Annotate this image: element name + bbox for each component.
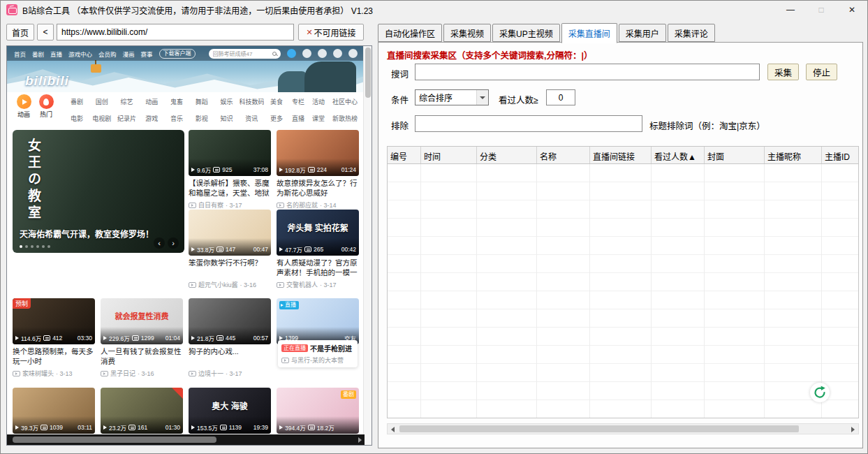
video-card[interactable]: 9.6万 925 37:08 【误杀解析】猥亵、恶魔和箱屋之谜，天堂、地狱与人间… — [189, 130, 271, 210]
video-card[interactable]: 斧头舞 实拍花絮 47.7万 265 00:42 有人质疑动漫了？官方原声素材！… — [277, 210, 359, 289]
webview-horizontal-scrollbar[interactable] — [7, 434, 365, 445]
link-status-button[interactable]: ✕ 不可用链接 — [298, 24, 364, 41]
back-button[interactable]: < — [37, 24, 54, 41]
side-link[interactable]: 专栏 — [292, 97, 304, 106]
channel-link[interactable]: 娱乐 — [214, 97, 240, 106]
video-card[interactable]: 奥大 海骏 153.5万 1139 19:39 — [189, 388, 271, 434]
column-header-cover[interactable]: 封面 — [705, 147, 765, 163]
video-card[interactable]: 23.2万 161 01:30 — [101, 388, 183, 434]
video-card[interactable]: 39.3万 1039 03:11 — [13, 388, 95, 434]
channel-link[interactable]: 舞蹈 — [189, 97, 214, 106]
webview-vertical-scrollbar[interactable] — [363, 46, 372, 446]
channel-link[interactable]: 科技数码 — [239, 97, 264, 106]
video-card[interactable]: 21.8万 445 00:57 狗子的内心戏... 边境十一 3-17 — [189, 298, 271, 378]
url-input[interactable] — [57, 24, 294, 41]
live-room-card[interactable]: 直播 1399 交友 正在直播 不是手枪别进 与黑行-某的大本营 — [277, 298, 359, 344]
carousel-prev-button[interactable]: ‹ — [154, 237, 165, 249]
login-avatar-icon[interactable] — [287, 49, 296, 58]
nav-item-gamecenter[interactable]: 游戏中心 — [68, 50, 92, 58]
scroll-right-arrow-icon[interactable] — [851, 427, 855, 432]
collect-button[interactable]: 采集 — [767, 64, 799, 80]
channel-link[interactable]: 电影 — [64, 114, 89, 123]
video-card[interactable]: 192.8万 224 01:24 故意撩拨异友怎么了？行为斯花心思威好 名的那应… — [277, 130, 359, 210]
video-card[interactable]: 番剧 394.4万 18.2万 — [277, 388, 359, 434]
live-info-card[interactable]: 正在直播 不是手枪别进 与黑行-某的大本营 — [278, 340, 358, 367]
channel-link[interactable]: 鬼畜 — [164, 97, 189, 106]
video-uploader[interactable]: 名的那应就 3-14 — [277, 200, 359, 210]
tab-collect-comments[interactable]: 采集评论 — [668, 24, 715, 42]
stop-button[interactable]: 停止 — [806, 64, 837, 80]
minimize-button[interactable]: — — [775, 1, 806, 19]
video-uploader[interactable]: 交警机器人 3-17 — [277, 280, 359, 289]
video-title[interactable]: 换个思路预制菜，每天多玩一小时 — [13, 347, 95, 367]
nav-item-manga[interactable]: 漫画 — [123, 50, 135, 58]
refresh-button[interactable] — [810, 383, 830, 402]
side-link[interactable]: 活动 — [312, 97, 325, 106]
quick-entry-hot[interactable]: 热门 — [36, 94, 56, 119]
table-horizontal-scrollbar[interactable] — [387, 423, 859, 434]
video-title[interactable]: 故意撩拨异友怎么了？行为斯花心思威好 — [277, 179, 359, 198]
tab-collect-users[interactable]: 采集用户 — [619, 24, 666, 42]
side-link[interactable]: 社区中心 — [332, 97, 358, 106]
tab-automation[interactable]: 自动化操作区 — [378, 24, 442, 42]
nav-item-live[interactable]: 直播 — [50, 50, 62, 58]
channel-link[interactable]: 游戏 — [139, 114, 164, 123]
channel-link[interactable]: 音乐 — [164, 114, 189, 123]
featured-carousel[interactable]: 女王の教室 天海佑希霸气开课，教室变修罗场！ ‹ › — [13, 130, 184, 253]
side-link[interactable]: 直播 — [292, 114, 304, 123]
dynamic-icon[interactable] — [333, 49, 342, 58]
scroll-left-arrow-icon[interactable] — [391, 427, 395, 432]
nav-item-mall[interactable]: 会员购 — [98, 50, 117, 58]
channel-link[interactable]: 纪录片 — [115, 114, 140, 123]
column-header-name[interactable]: 名称 — [537, 147, 590, 163]
tab-collect-videos[interactable]: 采集视频 — [443, 24, 491, 42]
channel-link[interactable]: 资讯 — [239, 114, 264, 123]
tab-collect-live-rooms[interactable]: 采集直播间 — [561, 23, 617, 43]
home-button[interactable]: 首页 — [6, 24, 34, 41]
scroll-right-arrow-icon[interactable] — [358, 437, 362, 443]
vertical-scrollbar-thumb[interactable] — [365, 47, 371, 98]
site-search-box[interactable]: 回肺考研成绩47 — [209, 49, 281, 59]
column-header-category[interactable]: 分类 — [477, 147, 537, 163]
video-card[interactable]: 就会报复性消费 229.6万 1299 01:04 人一旦有钱了就会报复性消费 … — [101, 298, 183, 378]
nav-item-esports[interactable]: 赛事 — [141, 50, 153, 58]
video-title[interactable]: 有人质疑动漫了？官方原声素材！手机拍的一模一样！还... — [277, 258, 359, 278]
sort-order-dropdown[interactable]: 综合排序 — [415, 89, 489, 105]
side-link[interactable]: 课堂 — [312, 114, 325, 123]
video-uploader[interactable]: 边境十一 3-17 — [189, 369, 271, 378]
video-uploader[interactable]: 超元气小kiu酱 3-16 — [189, 280, 271, 289]
video-uploader[interactable]: 家味树罐头 3-13 — [13, 369, 95, 378]
video-uploader[interactable]: 黑子日记 3-16 — [101, 369, 183, 378]
close-button[interactable]: ✕ — [837, 1, 867, 19]
nav-item-home[interactable]: 首页 — [14, 50, 26, 58]
horizontal-scrollbar-thumb[interactable] — [13, 437, 216, 443]
video-title[interactable]: 【误杀解析】猥亵、恶魔和箱屋之谜，天堂、地狱与人间[美羽姐姐] — [189, 179, 271, 198]
channel-link[interactable]: 影视 — [189, 114, 214, 123]
video-title[interactable]: 狗子的内心戏... — [189, 347, 271, 367]
history-icon[interactable] — [348, 49, 358, 58]
keyword-input[interactable] — [415, 64, 760, 80]
exclude-input[interactable] — [415, 115, 642, 132]
channel-link[interactable]: 知识 — [214, 114, 240, 123]
channel-link[interactable]: 综艺 — [115, 97, 140, 106]
channel-link[interactable]: 电视剧 — [89, 114, 115, 123]
tab-collect-up-videos[interactable]: 采集UP主视频 — [492, 24, 560, 42]
maximize-button[interactable]: □ — [806, 1, 837, 19]
column-header-streamer-nickname[interactable]: 主播昵称 — [765, 147, 822, 163]
column-header-number[interactable]: 编号 — [388, 147, 421, 163]
channel-link[interactable]: 国创 — [89, 97, 115, 106]
video-uploader[interactable]: 白日有察 3-17 — [189, 200, 271, 210]
table-scrollbar-thumb[interactable] — [399, 425, 799, 432]
channel-link[interactable]: 美食 — [264, 97, 289, 106]
nav-item-bangumi[interactable]: 番剧 — [32, 50, 44, 58]
video-card[interactable]: 预制 114.6万 412 03:30 换个思路预制菜，每天多玩一小时 家味树罐… — [13, 298, 95, 378]
channel-link[interactable]: 番剧 — [64, 97, 89, 106]
column-header-streamer-id[interactable]: 主播ID — [822, 147, 860, 163]
column-header-room-link[interactable]: 直播间链接 — [590, 147, 652, 163]
column-header-viewers[interactable]: 看过人数▲ — [652, 147, 705, 163]
side-link[interactable]: 新歌热榜 — [332, 114, 358, 123]
video-card[interactable]: 33.8万 147 00:47 笨蛋你数学行不行啊？ 超元气小kiu酱 3-16 — [189, 210, 271, 289]
viewers-min-input[interactable] — [546, 89, 575, 105]
carousel-next-button[interactable]: › — [168, 237, 179, 249]
vip-icon[interactable] — [302, 49, 311, 58]
